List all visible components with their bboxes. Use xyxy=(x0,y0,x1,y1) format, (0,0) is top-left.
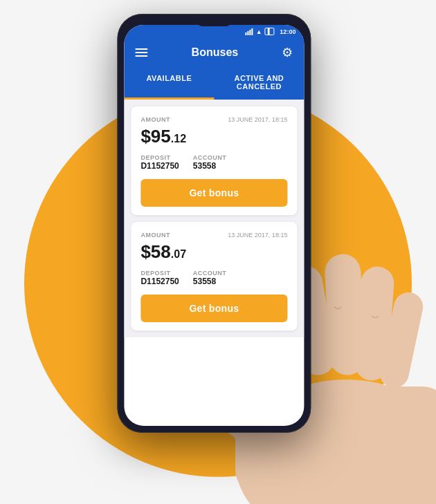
phone-screen: ▲ ▌ 12:00 Bonuses ⚙ xyxy=(124,25,304,426)
card-1-account-label: ACCOUNT xyxy=(193,154,227,161)
phone: ▲ ▌ 12:00 Bonuses ⚙ xyxy=(117,14,311,433)
card-1-deposit-field: DEPOSIT D1152750 xyxy=(140,154,179,171)
status-time: 12:00 xyxy=(280,28,296,35)
card-1-account-field: ACCOUNT 53558 xyxy=(193,154,227,171)
card-2-account-label: ACCOUNT xyxy=(193,270,227,277)
card-1-account-value: 53558 xyxy=(193,161,227,171)
tab-bar: AVAILABLE ACTIVE AND CANCELED xyxy=(124,67,304,100)
battery-icon: ▌ xyxy=(265,28,275,35)
card-1-deposit-label: DEPOSIT xyxy=(140,154,179,161)
camera-notch xyxy=(197,21,231,26)
signal-icon xyxy=(246,28,253,35)
get-bonus-button-1[interactable]: Get bonus xyxy=(140,179,287,207)
scene: ▲ ▌ 12:00 Bonuses ⚙ xyxy=(0,0,436,504)
menu-line-3 xyxy=(135,55,147,57)
card-1-cents: .12 xyxy=(171,133,186,144)
card-2-amount-label: AMOUNT xyxy=(140,232,170,239)
card-1-middle-row: DEPOSIT D1152750 ACCOUNT 53558 xyxy=(140,154,287,171)
wifi-icon: ▲ xyxy=(256,28,262,35)
bonus-card-1: AMOUNT 13 JUNE 2017, 18:15 $95.12 DEPOSI… xyxy=(131,106,297,215)
tab-active-canceled[interactable]: ACTIVE AND CANCELED xyxy=(214,67,304,100)
menu-line-1 xyxy=(135,48,147,50)
card-2-top-row: AMOUNT 13 JUNE 2017, 18:15 xyxy=(140,232,287,239)
card-1-top-row: AMOUNT 13 JUNE 2017, 18:15 xyxy=(140,116,287,123)
bonus-card-2: AMOUNT 13 JUNE 2017, 18:15 $58.07 DEPOSI… xyxy=(131,222,297,330)
card-1-date: 13 JUNE 2017, 18:15 xyxy=(228,116,287,123)
settings-icon[interactable]: ⚙ xyxy=(282,45,293,60)
content-area: AMOUNT 13 JUNE 2017, 18:15 $95.12 DEPOSI… xyxy=(124,100,304,337)
card-2-dollars: $58 xyxy=(140,241,170,262)
app-header: Bonuses ⚙ xyxy=(124,38,304,67)
card-2-account-field: ACCOUNT 53558 xyxy=(193,270,227,286)
card-1-dollars: $95 xyxy=(140,126,170,147)
card-2-deposit-field: DEPOSIT D1152750 xyxy=(140,270,179,286)
card-2-middle-row: DEPOSIT D1152750 ACCOUNT 53558 xyxy=(140,270,287,286)
app-title: Bonuses xyxy=(192,46,239,59)
tab-available[interactable]: AVAILABLE xyxy=(124,67,214,100)
get-bonus-button-2[interactable]: Get bonus xyxy=(140,295,287,322)
card-2-amount: $58.07 xyxy=(140,241,287,263)
card-2-cents: .07 xyxy=(171,248,186,260)
card-2-date: 13 JUNE 2017, 18:15 xyxy=(228,232,287,239)
phone-shell: ▲ ▌ 12:00 Bonuses ⚙ xyxy=(117,14,311,433)
card-1-deposit-value: D1152750 xyxy=(140,161,179,171)
menu-line-2 xyxy=(135,52,147,53)
menu-button[interactable] xyxy=(135,48,147,57)
status-bar: ▲ ▌ 12:00 xyxy=(124,25,304,38)
card-2-deposit-label: DEPOSIT xyxy=(140,270,179,277)
card-1-amount-label: AMOUNT xyxy=(140,116,170,123)
card-1-amount: $95.12 xyxy=(140,126,287,147)
card-2-deposit-value: D1152750 xyxy=(140,277,179,286)
card-2-account-value: 53558 xyxy=(193,277,227,286)
